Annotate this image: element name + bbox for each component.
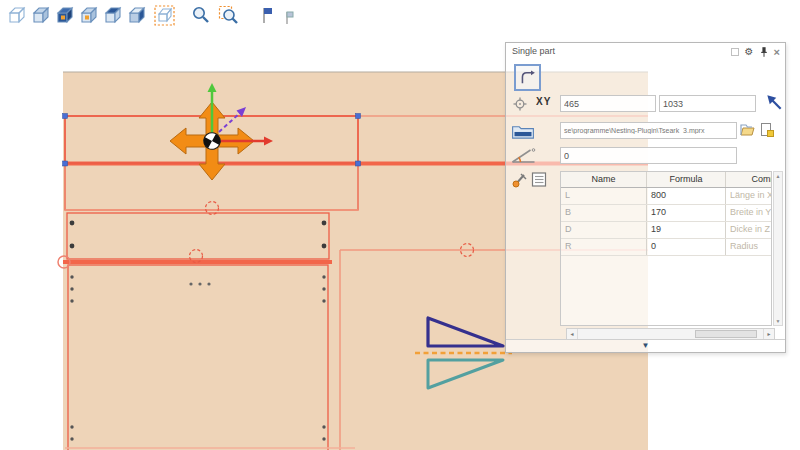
- single-part-panel: Single part ⚙ × XY: [505, 42, 786, 353]
- view-shaded-cube-icon[interactable]: [78, 5, 99, 26]
- cell-formula[interactable]: 170: [647, 205, 726, 221]
- cell-comment[interactable]: Länge in X: [726, 188, 772, 204]
- angle-icon: [510, 147, 537, 167]
- table-vertical-scrollbar[interactable]: ▲ ▼: [773, 171, 783, 326]
- scrollbar-thumb[interactable]: [695, 330, 757, 338]
- position-row: XY: [506, 94, 785, 114]
- cell-formula[interactable]: 800: [647, 188, 726, 204]
- panel-title: Single part: [512, 46, 555, 56]
- angle-row: [506, 146, 785, 166]
- flag-icon[interactable]: [258, 5, 279, 26]
- col-header-formula[interactable]: Formula: [647, 172, 726, 187]
- cell-comment[interactable]: Dicke in Z: [726, 222, 772, 238]
- panel-expander[interactable]: ▼: [506, 339, 785, 352]
- panel-titlebar[interactable]: Single part ⚙ ×: [506, 43, 785, 59]
- cell-comment[interactable]: Breite in Y: [726, 205, 772, 221]
- x-coordinate-input[interactable]: [560, 95, 656, 112]
- cell-name[interactable]: R: [561, 239, 647, 255]
- cell-name[interactable]: B: [561, 205, 647, 221]
- parameter-table: Name Formula Comment L 800 Länge in X B …: [560, 171, 772, 326]
- open-file-icon[interactable]: [740, 122, 756, 138]
- tool-icon[interactable]: [511, 171, 528, 190]
- contour-icon: [517, 67, 538, 88]
- y-coordinate-input[interactable]: [659, 95, 756, 112]
- close-icon[interactable]: ×: [774, 47, 780, 58]
- cell-name[interactable]: L: [561, 188, 647, 204]
- flag-alt-icon[interactable]: [282, 5, 303, 26]
- new-file-icon[interactable]: [759, 122, 775, 138]
- table-row[interactable]: R 0 Radius: [561, 239, 772, 256]
- scroll-left-icon[interactable]: ◄: [567, 329, 578, 339]
- table-header-row[interactable]: Name Formula Comment: [561, 172, 772, 188]
- view-wireframe-cube-icon[interactable]: [6, 5, 27, 26]
- scroll-up-icon[interactable]: ▲: [774, 172, 782, 180]
- table-row[interactable]: D 19 Dicke in Z: [561, 222, 772, 239]
- app-window: Single part ⚙ × XY: [0, 0, 800, 450]
- table-row[interactable]: B 170 Breite in Y: [561, 205, 772, 222]
- contour-button[interactable]: [514, 64, 541, 91]
- angle-input[interactable]: [560, 147, 737, 164]
- table-row[interactable]: L 800 Länge in X: [561, 188, 772, 205]
- component-path-input[interactable]: [560, 122, 737, 139]
- toolbar: [0, 0, 800, 30]
- position-icon: [513, 97, 527, 113]
- select-region-cube-icon[interactable]: [154, 5, 175, 26]
- gear-icon[interactable]: ⚙: [745, 47, 754, 57]
- file-row: [506, 121, 785, 141]
- view-split-cube-icon[interactable]: [102, 5, 123, 26]
- cell-comment[interactable]: Radius: [726, 239, 772, 255]
- col-header-comment[interactable]: Comment: [726, 172, 772, 187]
- float-button[interactable]: [731, 48, 739, 56]
- zoom-icon[interactable]: [190, 5, 211, 26]
- scroll-right-icon[interactable]: ►: [763, 329, 774, 339]
- col-header-name[interactable]: Name: [561, 172, 647, 187]
- view-solid-cube-icon[interactable]: [54, 5, 75, 26]
- pick-point-icon[interactable]: [764, 92, 784, 112]
- xy-label: XY: [536, 96, 551, 107]
- cell-formula[interactable]: 0: [647, 239, 726, 255]
- variable-list-icon[interactable]: [531, 171, 548, 190]
- zoom-region-icon[interactable]: [218, 5, 239, 26]
- mpr-folder-icon: [511, 123, 535, 142]
- cell-name[interactable]: D: [561, 222, 647, 238]
- pin-icon[interactable]: [760, 46, 768, 58]
- panel-window-buttons: ⚙ ×: [731, 46, 780, 58]
- view-split-cube-alt-icon[interactable]: [126, 5, 147, 26]
- cell-formula[interactable]: 19: [647, 222, 726, 238]
- view-hidden-line-cube-icon[interactable]: [30, 5, 51, 26]
- scroll-down-icon[interactable]: ▼: [774, 317, 782, 325]
